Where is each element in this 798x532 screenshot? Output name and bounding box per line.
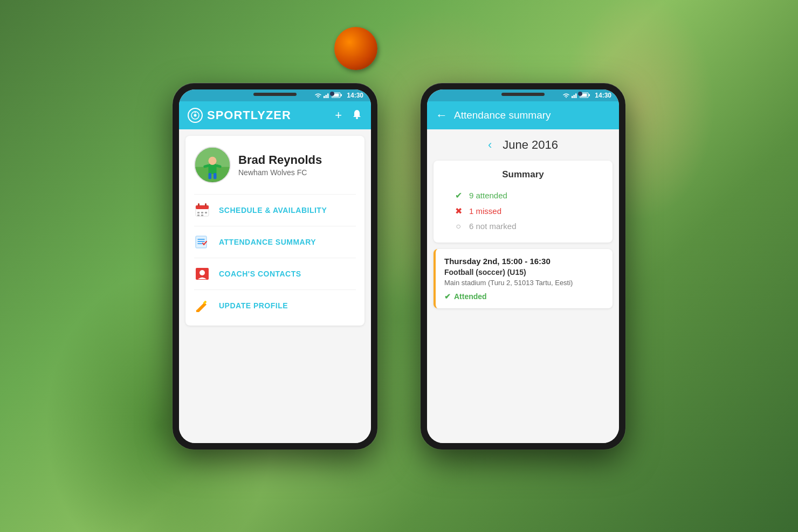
svg-rect-21 bbox=[205, 203, 207, 206]
summary-attended: ✔ 9 attended bbox=[442, 188, 604, 203]
player-name: Brad Reynolds bbox=[238, 153, 322, 167]
svg-point-13 bbox=[208, 156, 216, 164]
contacts-icon bbox=[194, 266, 210, 282]
svg-rect-16 bbox=[208, 172, 211, 178]
menu-item-attendance[interactable]: ATTENDANCE SUMMARY bbox=[194, 226, 356, 258]
svg-point-32 bbox=[200, 270, 205, 275]
menu-item-profile[interactable]: UPDATE PROFILE bbox=[194, 289, 356, 321]
summary-card: Summary ✔ 9 attended ✖ 1 missed ○ 6 not … bbox=[434, 161, 613, 243]
attendance-content: ‹ June 2016 Summary ✔ 9 attended ✖ 1 mis… bbox=[427, 129, 619, 443]
not-marked-text: 6 not marked bbox=[469, 222, 517, 231]
svg-rect-1 bbox=[326, 95, 327, 98]
phones-container: 14:30 SPORTLYZER + bbox=[0, 0, 798, 532]
month-year-label: June 2016 bbox=[503, 138, 558, 152]
battery-icon bbox=[332, 92, 342, 98]
p2-wifi-icon bbox=[562, 92, 570, 98]
add-button[interactable]: + bbox=[335, 109, 342, 121]
attendance-header: ← Attendance summary bbox=[427, 101, 619, 129]
back-button[interactable]: ← bbox=[436, 108, 448, 122]
svg-rect-12 bbox=[208, 164, 216, 174]
p2-status-icons bbox=[562, 92, 590, 98]
p2-battery-icon bbox=[580, 92, 590, 98]
profile-header: Brad Reynolds Newham Wolves FC bbox=[194, 147, 356, 183]
phone-1: 14:30 SPORTLYZER + bbox=[173, 83, 377, 450]
summary-not-marked: ○ 6 not marked bbox=[442, 219, 604, 234]
p2-time-display: 14:30 bbox=[595, 92, 611, 99]
bell-icon[interactable] bbox=[352, 109, 362, 122]
phone-1-content: Brad Reynolds Newham Wolves FC bbox=[179, 129, 371, 443]
header-left: SPORTLYZER bbox=[188, 108, 291, 123]
svg-rect-37 bbox=[575, 94, 577, 99]
app-name: SPORTLYZER bbox=[207, 108, 291, 122]
contacts-label: COACH'S CONTACTS bbox=[219, 270, 301, 278]
svg-point-9 bbox=[356, 117, 358, 119]
avatar bbox=[194, 147, 231, 183]
svg-rect-35 bbox=[572, 96, 573, 98]
profile-info: Brad Reynolds Newham Wolves FC bbox=[238, 153, 322, 177]
phone-2-screen: 14:30 ← Attendance summary ‹ June 2016 S… bbox=[427, 89, 619, 443]
phone-1-status-bar: 14:30 bbox=[179, 89, 371, 101]
phone-2: 14:30 ← Attendance summary ‹ June 2016 S… bbox=[421, 83, 625, 450]
svg-point-7 bbox=[194, 114, 197, 116]
p2-signal-icon bbox=[572, 92, 578, 98]
phone-2-status-bar: 14:30 bbox=[427, 89, 619, 101]
svg-rect-17 bbox=[214, 172, 217, 178]
event-type: Football (soccer) (U15) bbox=[444, 268, 604, 277]
svg-rect-0 bbox=[324, 96, 325, 98]
svg-rect-22 bbox=[197, 212, 200, 213]
svg-rect-4 bbox=[341, 94, 342, 96]
svg-rect-2 bbox=[327, 94, 329, 99]
attendance-label: ATTENDANCE SUMMARY bbox=[219, 238, 316, 246]
svg-rect-26 bbox=[201, 215, 203, 216]
status-icons bbox=[314, 92, 342, 98]
event-card: Thursday 2nd, 15:00 - 16:30 Football (so… bbox=[434, 249, 613, 308]
svg-rect-24 bbox=[205, 212, 207, 213]
attendance-icon bbox=[194, 234, 210, 250]
schedule-label: SCHEDULE & AVAILABILITY bbox=[219, 206, 327, 215]
menu-item-schedule[interactable]: SCHEDULE & AVAILABILITY bbox=[194, 194, 356, 226]
svg-rect-36 bbox=[574, 95, 575, 98]
profile-icon bbox=[194, 298, 210, 314]
menu-item-contacts[interactable]: COACH'S CONTACTS bbox=[194, 258, 356, 289]
svg-rect-25 bbox=[197, 215, 200, 216]
month-navigation: ‹ June 2016 bbox=[427, 129, 619, 161]
profile-label: UPDATE PROFILE bbox=[219, 301, 288, 310]
svg-rect-23 bbox=[201, 212, 203, 213]
prev-month-button[interactable]: ‹ bbox=[488, 138, 492, 152]
not-marked-icon: ○ bbox=[453, 222, 464, 231]
schedule-icon bbox=[194, 202, 210, 218]
svg-rect-19 bbox=[196, 205, 209, 209]
svg-rect-40 bbox=[581, 94, 587, 97]
time-display: 14:30 bbox=[347, 92, 363, 99]
event-datetime: Thursday 2nd, 15:00 - 16:30 bbox=[444, 257, 604, 266]
summary-missed: ✖ 1 missed bbox=[442, 203, 604, 219]
event-location: Main stadium (Turu 2, 51013 Tartu, Eesti… bbox=[444, 279, 604, 287]
header-actions: + bbox=[335, 109, 362, 122]
app-header: SPORTLYZER + bbox=[179, 101, 371, 129]
attended-check-icon: ✔ bbox=[444, 292, 451, 301]
event-status-text: Attended bbox=[454, 292, 487, 301]
attended-text: 9 attended bbox=[469, 191, 507, 200]
wifi-icon bbox=[314, 92, 322, 98]
svg-rect-5 bbox=[333, 94, 339, 97]
attendance-title: Attendance summary bbox=[454, 109, 551, 121]
missed-text: 1 missed bbox=[469, 206, 501, 216]
missed-icon: ✖ bbox=[453, 206, 464, 216]
event-attendance-status: ✔ Attended bbox=[444, 292, 604, 301]
signal-icon bbox=[324, 92, 330, 98]
svg-rect-27 bbox=[196, 236, 207, 248]
summary-title: Summary bbox=[442, 169, 604, 180]
team-name: Newham Wolves FC bbox=[238, 168, 322, 177]
profile-card: Brad Reynolds Newham Wolves FC bbox=[185, 136, 364, 326]
attended-icon: ✔ bbox=[453, 190, 464, 201]
logo-icon bbox=[188, 108, 203, 123]
svg-rect-39 bbox=[589, 94, 590, 96]
svg-rect-20 bbox=[198, 203, 200, 206]
phone-1-screen: 14:30 SPORTLYZER + bbox=[179, 89, 371, 443]
